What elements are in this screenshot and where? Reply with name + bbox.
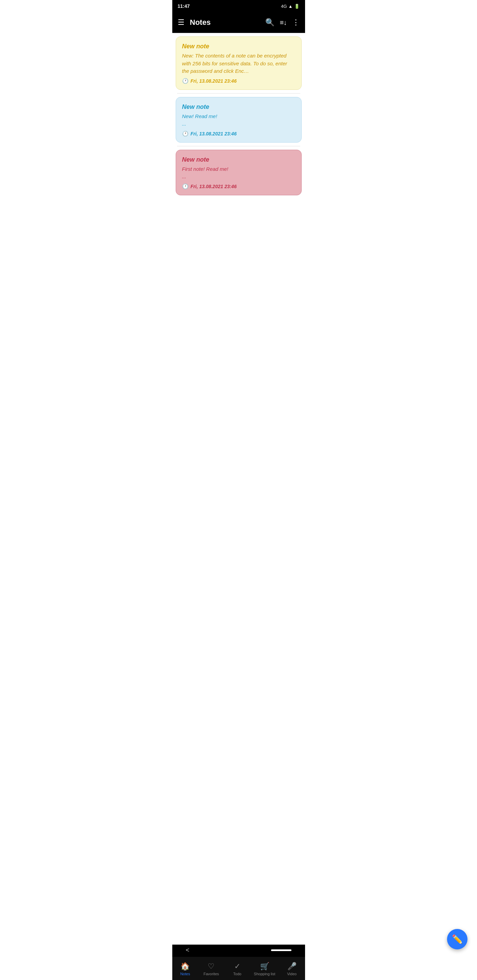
note-card-1[interactable]: New note New: The contents of a note can…	[175, 37, 302, 90]
card-sep-2	[177, 146, 300, 146]
note-title-3: New note	[182, 156, 295, 163]
more-icon[interactable]: ⋮	[292, 18, 300, 27]
toolbar: ☰ Notes 🔍 ≡↓ ⋮	[172, 12, 305, 33]
note-card-3[interactable]: New note First note! Read me!... 🕐 Fri, …	[175, 150, 302, 195]
clock-icon-2: 🕐	[182, 130, 188, 137]
status-time: 11:47	[178, 3, 190, 9]
page-bottom-padding	[172, 267, 305, 314]
network-icon: 4G	[281, 4, 287, 9]
signal-icon: ▲	[289, 4, 293, 9]
status-bar: 11:47 4G ▲ 🔋	[172, 0, 305, 12]
note-date-1: Fri, 13.08.2021 23:46	[191, 78, 237, 84]
note-title-1: New note	[182, 43, 295, 50]
toolbar-actions: 🔍 ≡↓ ⋮	[265, 18, 300, 27]
note-title-2: New note	[182, 103, 295, 111]
note-body-3: First note! Read me!...	[182, 165, 295, 181]
note-date-2: Fri, 13.08.2021 23:46	[191, 131, 237, 137]
note-date-3: Fri, 13.08.2021 23:46	[191, 184, 237, 189]
status-icons: 4G ▲ 🔋	[281, 4, 299, 9]
note-date-row-2: 🕐 Fri, 13.08.2021 23:46	[182, 130, 295, 137]
note-body-2: New! Read me!...	[182, 113, 295, 128]
menu-icon[interactable]: ☰	[178, 19, 185, 26]
note-date-row-3: 🕐 Fri, 13.08.2021 23:46	[182, 183, 295, 189]
note-body-1: New: The contents of a note can be encry…	[182, 52, 295, 75]
search-icon[interactable]: 🔍	[265, 18, 274, 27]
note-date-row-1: 🕐 Fri, 13.08.2021 23:46	[182, 78, 295, 84]
empty-area	[172, 199, 305, 267]
battery-icon: 🔋	[294, 4, 300, 9]
notes-list: New note New: The contents of a note can…	[172, 33, 305, 199]
page-title: Notes	[190, 18, 265, 27]
note-card-2[interactable]: New note New! Read me!... 🕐 Fri, 13.08.2…	[175, 97, 302, 143]
clock-icon-3: 🕐	[182, 183, 188, 189]
filter-icon[interactable]: ≡↓	[280, 19, 287, 27]
clock-icon-1: 🕐	[182, 78, 188, 84]
card-sep-1	[177, 93, 300, 94]
